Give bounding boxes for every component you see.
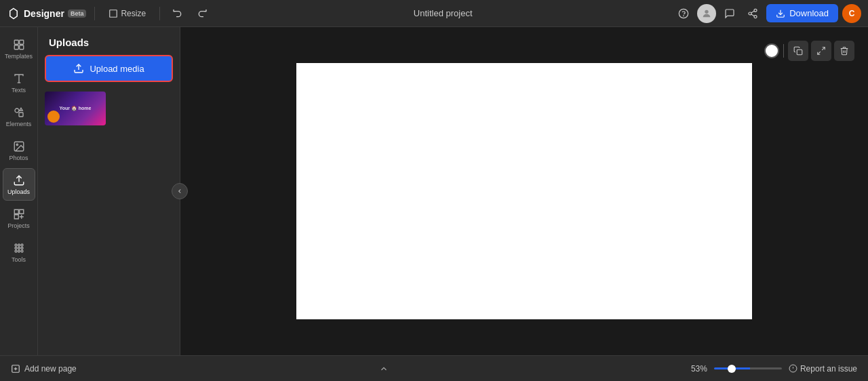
- undo-button[interactable]: [168, 4, 187, 23]
- media-grid: Your 🏠 home: [38, 89, 180, 128]
- sidebar-title: Uploads: [38, 27, 180, 55]
- sidebar-item-projects[interactable]: Projects: [3, 202, 35, 235]
- magic-button[interactable]: [674, 4, 693, 23]
- list-item[interactable]: Your 🏠 home: [45, 92, 106, 125]
- logo-icon: [7, 7, 20, 20]
- canvas-area: [180, 27, 868, 355]
- svg-line-31: [822, 47, 825, 50]
- beta-badge: Beta: [68, 9, 87, 18]
- sidebar-collapse-button[interactable]: [172, 183, 188, 199]
- nav-tools-label: Tools: [12, 256, 26, 263]
- svg-point-24: [18, 247, 20, 249]
- logo-text: Designer: [24, 8, 64, 19]
- svg-point-18: [16, 144, 18, 145]
- sidebar-item-elements[interactable]: Elements: [3, 100, 35, 133]
- canvas[interactable]: [296, 63, 752, 319]
- canvas-wrapper: [180, 27, 868, 355]
- add-new-page-button[interactable]: Add new page: [11, 364, 77, 374]
- icon-nav: Templates Texts Elements Photos Uploads …: [0, 27, 38, 355]
- svg-line-32: [818, 52, 821, 54]
- svg-point-3: [684, 16, 684, 16]
- logo: Designer Beta: [7, 7, 86, 20]
- svg-point-27: [18, 250, 20, 252]
- share-button[interactable]: [743, 4, 762, 23]
- separator: [94, 7, 95, 20]
- download-label: Download: [789, 8, 829, 18]
- svg-rect-13: [14, 45, 18, 49]
- add-page-label: Add new page: [24, 364, 77, 374]
- svg-point-26: [15, 250, 17, 252]
- svg-point-15: [15, 108, 19, 113]
- canvas-delete-btn[interactable]: [834, 41, 854, 61]
- resize-label: Resize: [121, 9, 146, 18]
- thumb-icon: [47, 111, 60, 123]
- svg-point-6: [749, 12, 751, 15]
- nav-texts-label: Texts: [12, 87, 26, 94]
- canvas-duplicate-btn[interactable]: [788, 41, 808, 61]
- svg-point-23: [15, 247, 17, 249]
- svg-point-21: [18, 244, 20, 246]
- nav-photos-label: Photos: [9, 155, 28, 161]
- svg-line-8: [751, 14, 755, 16]
- page-nav-up-button[interactable]: [376, 361, 392, 377]
- canvas-expand-btn[interactable]: [811, 41, 831, 61]
- zoom-slider[interactable]: [714, 367, 782, 369]
- svg-point-25: [21, 247, 23, 249]
- svg-point-2: [679, 9, 688, 18]
- nav-projects-label: Projects: [7, 222, 30, 229]
- nav-templates-label: Templates: [5, 53, 33, 60]
- svg-rect-14: [19, 45, 23, 49]
- zoom-percent: 53%: [691, 364, 707, 374]
- svg-marker-0: [10, 8, 18, 18]
- report-issue-button[interactable]: Report an issue: [789, 364, 857, 374]
- svg-rect-12: [19, 40, 23, 44]
- report-label: Report an issue: [800, 364, 857, 374]
- comments-button[interactable]: [720, 4, 739, 23]
- canvas-circle-color-btn[interactable]: [764, 43, 779, 58]
- sidebar-item-tools[interactable]: Tools: [3, 236, 35, 268]
- bottom-center: [83, 361, 684, 377]
- topbar: Designer Beta Resize Untitled project: [0, 0, 868, 27]
- svg-point-28: [21, 250, 23, 252]
- bottom-right: 53% Report an issue: [691, 364, 857, 374]
- bottom-bar: Add new page 53% Report an issue: [0, 355, 868, 381]
- upload-media-button[interactable]: Upload media: [45, 55, 173, 82]
- redo-button[interactable]: [193, 4, 212, 23]
- topbar-right: Download C: [674, 4, 861, 23]
- svg-point-4: [705, 9, 709, 13]
- project-title: Untitled project: [217, 8, 669, 18]
- resize-button[interactable]: Resize: [103, 6, 151, 21]
- svg-point-7: [754, 15, 757, 18]
- sidebar-item-templates[interactable]: Templates: [3, 33, 35, 65]
- svg-rect-16: [19, 113, 23, 117]
- toolbar-sep: [783, 44, 784, 58]
- sidebar-item-uploads[interactable]: Uploads: [3, 168, 35, 201]
- user-avatar-circle[interactable]: [697, 4, 716, 23]
- sidebar: Uploads Upload media Your 🏠 home: [38, 27, 180, 355]
- svg-point-22: [21, 244, 23, 246]
- nav-uploads-label: Uploads: [7, 188, 30, 195]
- separator2: [159, 7, 160, 20]
- sidebar-item-texts[interactable]: Texts: [3, 66, 35, 99]
- upload-media-label: Upload media: [90, 64, 144, 74]
- svg-line-9: [751, 11, 755, 13]
- svg-rect-11: [14, 40, 18, 44]
- main-content: Templates Texts Elements Photos Uploads …: [0, 27, 868, 355]
- upload-btn-container: Upload media: [38, 55, 180, 89]
- thumb-overlay-text: Your 🏠 home: [60, 106, 92, 111]
- svg-point-5: [754, 9, 757, 12]
- nav-elements-label: Elements: [6, 121, 32, 127]
- svg-rect-1: [110, 9, 117, 17]
- download-button[interactable]: Download: [766, 4, 838, 22]
- canvas-toolbar: [764, 41, 854, 61]
- svg-point-20: [15, 244, 17, 246]
- sidebar-item-photos[interactable]: Photos: [3, 134, 35, 167]
- svg-rect-30: [797, 49, 802, 55]
- user-avatar[interactable]: C: [842, 4, 861, 23]
